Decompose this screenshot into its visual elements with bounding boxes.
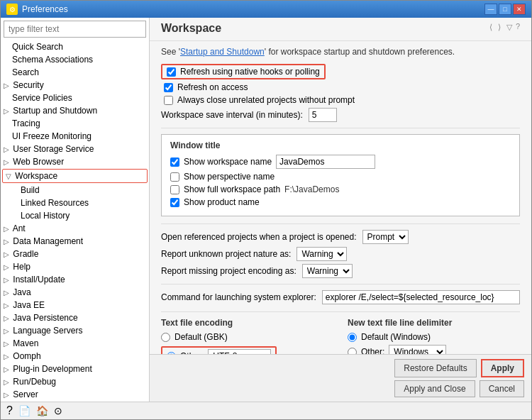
arrow-icon: ▷ [4,225,11,233]
workspace-save-label: Workspace save interval (in minutes): [161,110,303,120]
close-unrelated-checkbox[interactable] [164,96,173,105]
delimiter-default-radio[interactable] [348,333,357,342]
report-missing-select[interactable]: Warning Error Ignore [302,264,353,278]
forward-arrow[interactable]: ⟩ [496,22,503,33]
sidebar-item-workspace[interactable]: ▽ Workspace [2,169,148,183]
sidebar-item-install-update[interactable]: ▷ Install/Update [1,273,149,286]
full-path-value: F:\JavaDemos [284,184,339,194]
arrow-icon: ▷ [4,340,11,348]
sidebar-item-run-debug[interactable]: ▷ Run/Debug [1,375,149,388]
main-content: Quick Search Schema Associations Search … [1,18,531,402]
info-icon[interactable]: ⊙ [54,405,62,416]
report-missing-row: Report missing project encoding as: Warn… [161,264,520,278]
back-arrow[interactable]: ⟨ [487,22,494,33]
info-text: See 'Startup and Shutdown' for workspace… [161,47,520,57]
sidebar-tree: Quick Search Schema Associations Search … [1,40,149,402]
refresh-access-checkbox[interactable] [164,83,173,92]
sidebar-item-user-storage[interactable]: ▷ User Storage Service [1,143,149,155]
delimiter-other-label: Other: [361,347,384,354]
restore-defaults-button[interactable]: Restore Defaults [394,359,476,377]
arrow-icon: ▷ [4,158,11,166]
arrow-icon: ▷ [4,276,11,284]
workspace-name-input[interactable] [276,155,375,169]
show-full-path-checkbox[interactable] [170,185,179,194]
command-input[interactable] [322,290,520,304]
window-title: Preferences [22,4,68,14]
delimiter-other-select[interactable]: Windows Unix Mac OS X [389,345,446,354]
sidebar-item-startup[interactable]: ▷ Startup and Shutdown [1,104,149,117]
arrow-icon: ▷ [4,145,11,153]
sidebar-item-gradle[interactable]: ▷ Gradle [1,248,149,260]
minimize-button[interactable]: — [484,4,497,15]
forward-arrow2[interactable]: ▽ [504,22,514,33]
bottom-bar: Restore Defaults Apply Apply and Close C… [150,354,531,402]
sidebar-item-help[interactable]: ▷ Help [1,260,149,273]
sidebar-item-security[interactable]: ▷ Security [1,79,149,92]
sidebar-item-maven[interactable]: ▷ Maven [1,337,149,350]
report-missing-label: Report missing project encoding as: [161,266,297,276]
show-perspective-checkbox[interactable] [170,172,179,182]
sidebar-item-build[interactable]: Build [1,184,149,197]
delimiter-title: New text file line delimiter [348,318,520,328]
workspace-save-row: Workspace save interval (in minutes): [161,108,520,122]
sidebar-item-data-mgmt[interactable]: ▷ Data Management [1,235,149,248]
sidebar-item-tracing[interactable]: Tracing [1,117,149,130]
bottom-row1: Restore Defaults Apply [157,359,524,377]
arrow-icon: ▷ [4,302,11,309]
sidebar-item-ui-freeze[interactable]: UI Freeze Monitoring [1,130,149,143]
delimiter-other-radio[interactable] [348,348,357,355]
preferences-window: ⚙ Preferences — □ ✕ Quick Search Schema … [0,0,532,420]
home-icon[interactable]: 🏠 [36,405,48,416]
sidebar-item-schema[interactable]: Schema Associations [1,53,149,66]
filter-input[interactable] [4,21,146,38]
separator4 [161,311,520,312]
apply-and-close-button[interactable]: Apply and Close [394,380,475,397]
refresh-access-row: Refresh on access [164,82,520,92]
workspace-save-input[interactable] [309,108,337,122]
sidebar-item-java-persistence[interactable]: ▷ Java Persistence [1,311,149,324]
sidebar-item-language-servers[interactable]: ▷ Language Servers [1,324,149,337]
window-controls: — □ ✕ [484,4,526,15]
command-row: Command for launching system explorer: [161,290,520,304]
sidebar-item-linked-resources[interactable]: Linked Resources [1,197,149,209]
title-bar: ⚙ Preferences — □ ✕ [1,1,531,18]
window-title-group: Window title Show workspace name Show pe… [161,134,520,216]
sidebar-item-quick-search[interactable]: Quick Search [1,40,149,53]
show-perspective-label: Show perspective name [184,172,275,182]
sidebar-item-java[interactable]: ▷ Java [1,286,149,299]
help-icon[interactable]: ? [6,404,13,417]
sidebar-item-service-policies[interactable]: Service Policies [1,92,149,104]
nav-number: ? [516,22,520,33]
close-button[interactable]: ✕ [513,4,526,15]
open-referenced-select[interactable]: Prompt Always Never [362,230,409,244]
sidebar-item-ant[interactable]: ▷ Ant [1,222,149,235]
panel-header: Workspace ⟨ ⟩ ▽ ? [150,18,531,41]
sidebar-item-java-ee[interactable]: ▷ Java EE [1,299,149,311]
show-product-checkbox[interactable] [170,198,179,207]
apply-button[interactable]: Apply [481,359,524,377]
close-unrelated-row: Always close unrelated projects without … [164,95,520,105]
sidebar: Quick Search Schema Associations Search … [1,18,150,402]
sidebar-item-web-browser[interactable]: ▷ Web Browser [1,155,149,168]
refresh-native-checkbox[interactable] [167,67,176,77]
sidebar-item-plugin-dev[interactable]: ▷ Plug-in Development [1,363,149,375]
startup-shutdown-link[interactable]: Startup and Shutdown [180,47,265,57]
info-suffix: ' for workspace startup and shutdown pre… [265,47,455,57]
encoding-other-row: Other: UTF-8 UTF-16 ISO-8859-1 GBK [161,346,277,354]
report-unknown-select[interactable]: Warning Error Ignore [297,247,347,261]
show-workspace-checkbox[interactable] [170,158,179,167]
encoding-default-radio[interactable] [161,333,170,342]
encoding-other-select[interactable]: UTF-8 UTF-16 ISO-8859-1 GBK [208,349,271,354]
command-label: Command for launching system explorer: [161,292,316,302]
doc-icon[interactable]: 📄 [18,405,31,416]
panel-body: See 'Startup and Shutdown' for workspace… [150,41,531,354]
sidebar-item-oomph[interactable]: ▷ Oomph [1,350,149,363]
sidebar-item-search[interactable]: Search [1,66,149,79]
show-workspace-label: Show workspace name [184,157,272,167]
show-perspective-row: Show perspective name [170,172,511,182]
sidebar-item-local-history[interactable]: Local History [1,209,149,222]
bottom-row2: Apply and Close Cancel [157,380,524,397]
maximize-button[interactable]: □ [499,4,511,15]
cancel-button[interactable]: Cancel [480,380,524,397]
sidebar-item-server[interactable]: ▷ Server [1,388,149,401]
